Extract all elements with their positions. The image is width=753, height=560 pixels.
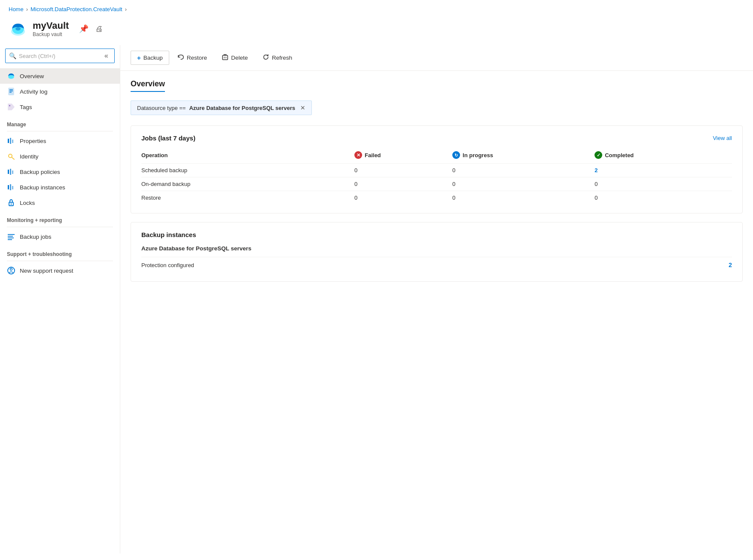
backup-instances-section: Azure Database for PostgreSQL servers Pr…: [141, 245, 732, 273]
sidebar-item-activity-log[interactable]: Activity log: [0, 84, 120, 99]
refresh-icon: [262, 54, 269, 62]
svg-rect-6: [9, 92, 12, 93]
sidebar-item-label-backup-jobs: Backup jobs: [20, 234, 52, 240]
print-button[interactable]: 🖨: [94, 22, 105, 35]
backup-instances-card-header: Backup instances: [141, 231, 732, 238]
breadcrumb-vault[interactable]: Microsoft.DataProtection.CreateVault: [30, 6, 122, 12]
sidebar-item-label-properties: Properties: [20, 138, 46, 144]
refresh-button[interactable]: Refresh: [256, 50, 299, 65]
restore-label: Restore: [187, 55, 207, 61]
search-container: 🔍 «: [5, 49, 115, 63]
col-failed-header: ✕ Failed: [354, 149, 452, 164]
backup-instances-icon: [7, 183, 15, 192]
toolbar: + Backup Restore Delete Refresh: [120, 45, 753, 71]
search-input[interactable]: [19, 53, 99, 59]
sidebar-item-identity[interactable]: Identity: [0, 149, 120, 164]
svg-rect-17: [10, 184, 11, 190]
svg-rect-15: [12, 170, 13, 174]
restore-button[interactable]: Restore: [171, 50, 213, 65]
col-inprogress-label: In progress: [463, 152, 493, 158]
backup-instances-title: Backup instances: [141, 231, 196, 238]
sidebar-item-locks[interactable]: Locks: [0, 195, 120, 210]
header-actions: 📌 🖨: [77, 22, 105, 35]
sidebar-item-label-backup-policies: Backup policies: [20, 169, 60, 175]
vault-subtitle: Backup vault: [33, 31, 69, 37]
svg-rect-4: [9, 89, 13, 90]
backup-button[interactable]: + Backup: [131, 51, 169, 65]
sidebar-item-label-activity: Activity log: [20, 88, 48, 95]
inprogress-status-icon: ↻: [452, 151, 460, 159]
completed-status-icon: ✓: [594, 151, 602, 159]
sidebar-item-backup-jobs[interactable]: Backup jobs: [0, 229, 120, 244]
backup-instances-subtitle: Azure Database for PostgreSQL servers: [141, 245, 732, 252]
protection-label: Protection configured: [141, 262, 194, 268]
jobs-card: Jobs (last 7 days) View all Operation ✕ …: [131, 125, 743, 213]
svg-rect-8: [8, 139, 9, 143]
breadcrumb-home[interactable]: Home: [9, 6, 24, 12]
tags-icon: [7, 103, 15, 111]
page-title: Overview: [131, 79, 165, 92]
locks-icon: [7, 198, 15, 207]
sidebar-item-label-locks: Locks: [20, 200, 35, 206]
view-all-button[interactable]: View all: [713, 135, 732, 141]
overview-icon: [7, 72, 15, 80]
instance-row: Protection configured 2: [141, 257, 732, 273]
pin-button[interactable]: 📌: [77, 22, 90, 35]
sidebar-item-backup-policies[interactable]: Backup policies: [0, 164, 120, 180]
backup-instances-card: Backup instances Azure Database for Post…: [131, 222, 743, 282]
operation-cell: On-demand backup: [141, 177, 354, 191]
content-body: Overview Datasource type == Azure Databa…: [120, 71, 753, 299]
col-completed-label: Completed: [605, 152, 634, 158]
support-divider: [7, 261, 113, 261]
col-completed-header: ✓ Completed: [594, 149, 732, 164]
sidebar: 🔍 « Overview Activity log Tags Manag: [0, 45, 120, 554]
sidebar-item-label-overview: Overview: [20, 73, 44, 79]
sidebar-item-label-support: New support request: [20, 268, 73, 274]
sidebar-item-label-identity: Identity: [20, 153, 39, 160]
vault-title: myVault: [33, 20, 69, 31]
svg-rect-27: [223, 55, 228, 60]
delete-button[interactable]: Delete: [215, 50, 254, 65]
header-text: myVault Backup vault: [33, 20, 69, 37]
delete-icon: [222, 54, 229, 62]
sidebar-item-support[interactable]: New support request: [0, 263, 120, 278]
sidebar-item-properties[interactable]: Properties: [0, 133, 120, 149]
sidebar-item-tags[interactable]: Tags: [0, 99, 120, 115]
completed-link[interactable]: 2: [594, 167, 598, 173]
collapse-button[interactable]: «: [102, 51, 111, 61]
jobs-table: Operation ✕ Failed ↻ In progress: [141, 149, 732, 204]
table-row: Restore 0 0 0: [141, 191, 732, 205]
delete-label: Delete: [231, 55, 248, 61]
completed-cell[interactable]: 2: [594, 164, 732, 177]
svg-rect-13: [8, 170, 9, 174]
col-operation: Operation: [141, 149, 354, 164]
sidebar-item-label-backup-instances: Backup instances: [20, 184, 65, 191]
monitoring-divider: [7, 227, 113, 227]
sidebar-item-overview[interactable]: Overview: [0, 68, 120, 84]
search-icon: 🔍: [9, 52, 16, 59]
monitoring-section-label: Monitoring + reporting: [0, 210, 120, 225]
completed-cell: 0: [594, 191, 732, 205]
completed-cell: 0: [594, 177, 732, 191]
failed-cell: 0: [354, 177, 452, 191]
breadcrumb: Home › Microsoft.DataProtection.CreateVa…: [0, 0, 753, 16]
failed-cell: 0: [354, 191, 452, 205]
inprogress-cell: 0: [452, 191, 594, 205]
main-content: + Backup Restore Delete Refresh: [120, 45, 753, 554]
filter-close-button[interactable]: ✕: [300, 104, 305, 111]
jobs-title: Jobs (last 7 days): [141, 134, 195, 142]
activity-log-icon: [7, 87, 15, 96]
vault-icon: [9, 19, 27, 38]
svg-rect-3: [9, 88, 14, 95]
svg-rect-10: [12, 140, 13, 143]
sidebar-item-backup-instances[interactable]: Backup instances: [0, 180, 120, 195]
failed-cell: 0: [354, 164, 452, 177]
support-icon: [7, 266, 15, 275]
failed-status-icon: ✕: [354, 151, 362, 159]
restore-icon: [177, 54, 184, 62]
table-row: Scheduled backup 0 0 2: [141, 164, 732, 177]
protection-count[interactable]: 2: [729, 262, 732, 268]
inprogress-cell: 0: [452, 164, 594, 177]
main-layout: 🔍 « Overview Activity log Tags Manag: [0, 45, 753, 554]
svg-rect-14: [10, 169, 11, 175]
